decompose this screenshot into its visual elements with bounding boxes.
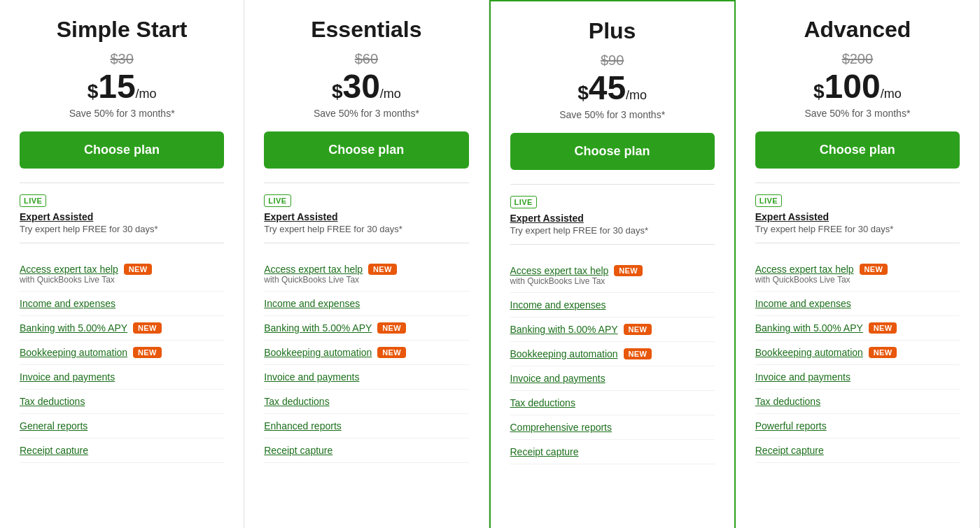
feature-link-advanced-6[interactable]: Powerful reports <box>755 420 827 431</box>
plan-name-simple-start: Simple Start <box>57 17 188 43</box>
feature-content-simple-start-3: Bookkeeping automation NEW <box>20 347 162 358</box>
feature-content-simple-start-2: Banking with 5.00% APY NEW <box>20 322 162 334</box>
feature-link-simple-start-6[interactable]: General reports <box>20 420 88 431</box>
feature-link-simple-start-4[interactable]: Invoice and payments <box>20 371 115 383</box>
choose-plan-button-simple-start[interactable]: Choose plan <box>20 131 224 169</box>
feature-content-simple-start-7: Receipt capture <box>20 445 88 456</box>
new-badge-plus-0: NEW <box>614 265 643 276</box>
expert-assisted-advanced: Expert Assisted <box>755 211 829 222</box>
feature-content-advanced-4: Invoice and payments <box>755 371 850 383</box>
feature-link-simple-start-0[interactable]: Access expert tax help <box>20 264 118 275</box>
price-dollar-simple-start: $ <box>88 80 99 103</box>
feature-item-simple-start-4: Invoice and payments <box>20 365 224 390</box>
feature-link-essentials-2[interactable]: Banking with 5.00% APY <box>264 322 372 334</box>
feature-link-plus-2[interactable]: Banking with 5.00% APY <box>510 324 618 335</box>
original-price-essentials: $60 <box>355 51 378 67</box>
feature-link-plus-6[interactable]: Comprehensive reports <box>510 422 612 433</box>
feature-content-essentials-5: Tax deductions <box>264 396 329 407</box>
features-list-advanced: Access expert tax help NEW with QuickBoo… <box>755 257 960 463</box>
feature-item-essentials-0: Access expert tax help NEW with QuickBoo… <box>264 257 468 292</box>
feature-row-plus-2: Banking with 5.00% APY NEW <box>510 324 652 335</box>
feature-content-essentials-2: Banking with 5.00% APY NEW <box>264 322 406 334</box>
feature-link-essentials-5[interactable]: Tax deductions <box>264 396 329 407</box>
original-price-simple-start: $30 <box>110 51 133 67</box>
feature-item-advanced-3: Bookkeeping automation NEW <box>755 341 960 365</box>
feature-link-advanced-1[interactable]: Income and expenses <box>755 298 851 309</box>
choose-plan-button-plus[interactable]: Choose plan <box>510 133 715 170</box>
feature-link-simple-start-2[interactable]: Banking with 5.00% APY <box>20 322 127 334</box>
divider-essentials <box>264 183 468 183</box>
expert-try-text-essentials: Try expert help FREE for 30 days* <box>264 224 402 234</box>
save-text-essentials: Save 50% for 3 months* <box>314 108 419 119</box>
feature-row-plus-1: Income and expenses <box>510 299 606 311</box>
new-badge-simple-start-3: NEW <box>133 347 162 358</box>
plan-col-simple-start: Simple Start $30 $ 15 /mo Save 50% for 3… <box>0 0 244 528</box>
feature-link-advanced-0[interactable]: Access expert tax help <box>755 264 854 275</box>
feature-link-simple-start-5[interactable]: Tax deductions <box>20 396 85 407</box>
feature-link-advanced-5[interactable]: Tax deductions <box>755 396 820 407</box>
feature-item-plus-4: Invoice and payments <box>510 366 715 391</box>
choose-plan-button-essentials[interactable]: Choose plan <box>264 131 468 169</box>
feature-link-plus-0[interactable]: Access expert tax help <box>510 265 609 276</box>
feature-content-plus-1: Income and expenses <box>510 299 606 311</box>
original-price-plus: $90 <box>601 52 624 69</box>
feature-row-advanced-1: Income and expenses <box>755 298 851 309</box>
price-amount-simple-start: 15 <box>98 70 135 104</box>
feature-content-advanced-6: Powerful reports <box>755 420 827 431</box>
live-badge-advanced: LIVE <box>755 194 782 207</box>
feature-link-advanced-3[interactable]: Bookkeeping automation <box>755 347 863 358</box>
feature-item-simple-start-7: Receipt capture <box>20 438 224 463</box>
feature-link-essentials-7[interactable]: Receipt capture <box>264 445 332 456</box>
feature-link-plus-3[interactable]: Bookkeeping automation <box>510 348 618 359</box>
feature-row-essentials-4: Invoice and payments <box>264 371 359 383</box>
plan-col-advanced: Advanced $200 $ 100 /mo Save 50% for 3 m… <box>736 0 980 528</box>
feature-link-essentials-4[interactable]: Invoice and payments <box>264 371 359 383</box>
feature-link-simple-start-7[interactable]: Receipt capture <box>20 445 88 456</box>
feature-link-simple-start-3[interactable]: Bookkeeping automation <box>20 347 127 358</box>
feature-link-advanced-7[interactable]: Receipt capture <box>755 445 824 456</box>
feature-row-plus-5: Tax deductions <box>510 397 575 408</box>
feature-link-essentials-6[interactable]: Enhanced reports <box>264 420 342 431</box>
new-badge-advanced-2: NEW <box>869 322 897 334</box>
feature-link-plus-1[interactable]: Income and expenses <box>510 299 606 311</box>
price-unit-plus: /mo <box>626 88 647 103</box>
feature-link-advanced-2[interactable]: Banking with 5.00% APY <box>755 322 863 334</box>
current-price-simple-start: $ 15 /mo <box>88 70 157 104</box>
live-section-essentials: LIVE Expert Assisted Try expert help FRE… <box>264 194 468 243</box>
feature-link-essentials-3[interactable]: Bookkeeping automation <box>264 347 372 358</box>
feature-link-plus-5[interactable]: Tax deductions <box>510 397 575 408</box>
feature-link-advanced-4[interactable]: Invoice and payments <box>755 371 850 383</box>
feature-content-essentials-0: Access expert tax help NEW with QuickBoo… <box>264 264 396 285</box>
feature-row-simple-start-5: Tax deductions <box>20 396 85 407</box>
save-text-simple-start: Save 50% for 3 months* <box>69 108 175 119</box>
divider2-essentials <box>264 243 468 243</box>
feature-link-essentials-1[interactable]: Income and expenses <box>264 298 360 309</box>
divider2-plus <box>510 244 715 245</box>
feature-row-essentials-7: Receipt capture <box>264 445 332 456</box>
feature-row-plus-0: Access expert tax help NEW <box>510 265 643 276</box>
new-badge-advanced-3: NEW <box>869 347 897 358</box>
expert-assisted-simple-start: Expert Assisted <box>20 211 93 222</box>
features-list-plus: Access expert tax help NEW with QuickBoo… <box>510 259 715 464</box>
feature-item-plus-7: Receipt capture <box>510 440 715 464</box>
feature-item-simple-start-6: General reports <box>20 414 224 438</box>
feature-link-plus-4[interactable]: Invoice and payments <box>510 373 606 384</box>
expert-try-text-simple-start: Try expert help FREE for 30 days* <box>20 224 158 234</box>
save-text-plus: Save 50% for 3 months* <box>559 109 665 120</box>
feature-link-simple-start-1[interactable]: Income and expenses <box>20 298 115 309</box>
feature-item-plus-5: Tax deductions <box>510 391 715 415</box>
choose-plan-button-advanced[interactable]: Choose plan <box>755 131 960 169</box>
feature-link-essentials-0[interactable]: Access expert tax help <box>264 264 363 275</box>
new-badge-simple-start-0: NEW <box>124 264 153 275</box>
feature-item-simple-start-5: Tax deductions <box>20 390 224 414</box>
feature-content-plus-2: Banking with 5.00% APY NEW <box>510 324 652 335</box>
feature-item-essentials-3: Bookkeeping automation NEW <box>264 341 468 365</box>
feature-link-plus-7[interactable]: Receipt capture <box>510 446 579 457</box>
feature-content-advanced-1: Income and expenses <box>755 298 851 309</box>
feature-row-essentials-1: Income and expenses <box>264 298 360 309</box>
plan-name-plus: Plus <box>589 18 636 44</box>
feature-item-advanced-4: Invoice and payments <box>755 365 960 390</box>
feature-sub-simple-start-0: with QuickBooks Live Tax <box>20 275 152 285</box>
price-unit-essentials: /mo <box>380 87 401 101</box>
live-badge-essentials: LIVE <box>264 194 290 207</box>
